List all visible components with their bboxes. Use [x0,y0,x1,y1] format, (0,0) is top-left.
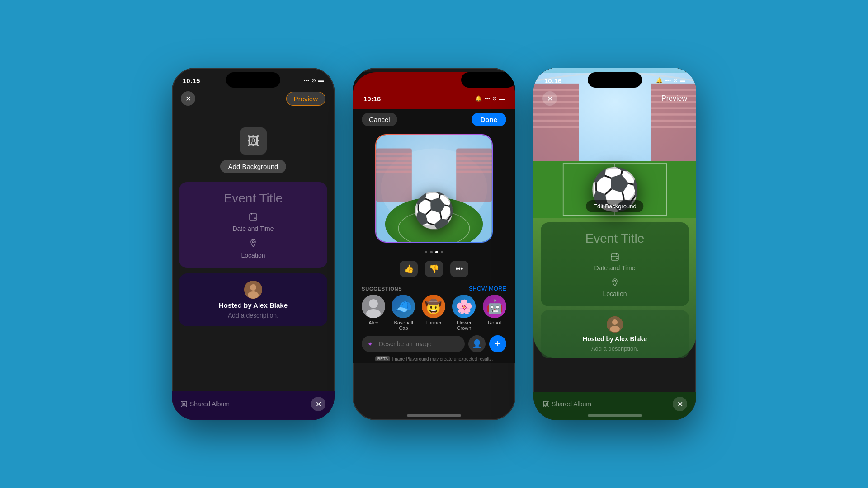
battery-icon-2: ▬ [499,95,505,102]
event-card-1: Event Title Date and Time [179,182,327,268]
host-avatar-3 [607,316,623,333]
beta-notice: BETA Image Playground may create unexpec… [375,356,493,361]
location-row-3[interactable]: Location [603,278,627,297]
host-name-1: Hosted by Alex Blake [219,301,288,309]
preview-button-3[interactable]: Preview [661,94,687,103]
svg-rect-37 [533,120,579,122]
dot-3 [435,251,438,253]
event-title-1[interactable]: Event Title [224,191,283,206]
location-label-1: Location [241,252,265,259]
photo-icon-symbol: 🖼 [247,134,259,149]
nav-bar-1: ✕ Preview [172,88,335,109]
datetime-row-1[interactable]: Date and Time [232,212,274,232]
home-indicator-3 [588,414,642,417]
add-background-label[interactable]: Add Background [220,160,287,173]
avatar-flower-crown: 🌸 [452,295,476,318]
beta-badge: BETA [375,356,391,361]
edit-background-button[interactable]: Edit Background [586,200,643,212]
wifi-icon-3: ⊙ [673,77,678,84]
stadium-area-3: ⚽ Edit Background [533,109,696,209]
svg-rect-20 [456,162,492,164]
svg-rect-51 [611,254,618,260]
suggestion-baseball-cap[interactable]: 🧢 Baseball Cap [391,295,416,331]
svg-rect-17 [456,149,492,202]
svg-rect-19 [456,157,492,160]
ai-icon: ✦ [367,340,373,348]
shared-album-label-3[interactable]: 🖼 Shared Album [542,400,591,408]
thumbs-up-button[interactable]: 👍 [400,261,418,277]
svg-rect-21 [456,166,492,169]
svg-point-59 [610,326,620,332]
svg-point-28 [369,299,378,308]
location-row-1[interactable]: Location [241,239,265,259]
soccer-ball-2: ⚽ [413,191,455,230]
svg-point-29 [366,309,381,318]
album-icon-3: 🖼 [542,400,549,408]
show-more-button[interactable]: SHOW MORE [469,285,506,292]
person-button[interactable]: 👤 [468,335,486,352]
done-button-2[interactable]: Done [472,113,507,126]
svg-point-56 [614,280,616,282]
svg-rect-12 [376,153,412,155]
datetime-icon-1 [249,212,258,223]
status-bar-2: 10:16 🔔 ▪▪▪ ⊙ ▬ [353,88,515,108]
image-area-2: ⚽ 👍 👎 ••• SUGGESTIONS SHOW MORE [353,130,515,363]
shared-album-label-1[interactable]: 🖼 Shared Album [181,400,230,408]
suggestion-robot[interactable]: 🤖 Robot [483,295,506,331]
svg-rect-11 [376,149,412,202]
dot-1 [425,251,427,253]
suggestion-alex[interactable]: Alex [362,295,385,331]
event-title-3[interactable]: Event Title [585,231,645,246]
svg-rect-38 [533,126,579,128]
battery-icon-1: ▬ [318,77,324,84]
alex-label: Alex [368,320,378,325]
describe-input[interactable] [362,336,465,352]
nav-bar-2: Cancel Done [353,109,515,130]
thumbs-down-button[interactable]: 👎 [425,261,443,277]
bottom-close-1[interactable]: ✕ [311,397,326,411]
svg-rect-22 [456,171,492,173]
bell-icon-2: 🔔 [475,95,482,102]
location-icon-3 [610,278,619,288]
svg-rect-0 [250,214,257,220]
signal-icon-2: ▪▪▪ [484,95,490,102]
more-options-button[interactable]: ••• [450,261,468,277]
svg-rect-16 [376,171,412,173]
add-button[interactable]: + [489,335,506,352]
location-icon-1 [249,239,258,250]
battery-icon-3: ▬ [680,77,685,84]
signal-icon-3: ▪▪▪ [665,77,671,84]
svg-point-55 [616,258,618,259]
dots-indicator [425,251,443,253]
close-button-3[interactable]: ✕ [542,91,557,106]
beta-text: Image Playground may create unexpected r… [392,357,493,361]
svg-point-8 [248,291,259,299]
farmer-label: Farmer [425,320,441,325]
add-background-area: 🖼 Add Background [172,109,335,182]
suggestion-farmer[interactable]: 🤠 Farmer [422,295,445,331]
photo-icon: 🖼 [240,127,267,155]
datetime-row-3[interactable]: Date and Time [594,252,635,272]
cancel-button-2[interactable]: Cancel [362,113,397,126]
host-desc-1[interactable]: Add a description. [228,312,278,319]
status-time-1: 10:15 [183,77,200,84]
status-time-2: 10:16 [363,95,381,103]
suggestions-header: SUGGESTIONS SHOW MORE [362,285,506,292]
host-desc-3[interactable]: Add a description. [591,345,638,352]
bottom-close-3[interactable]: ✕ [673,397,687,411]
close-button-1[interactable]: ✕ [181,91,195,106]
status-icons-3: 🔔 ▪▪▪ ⊙ ▬ [656,77,685,84]
avatar-alex [362,295,385,318]
phone-2: 10:16 🔔 ▪▪▪ ⊙ ▬ Cancel Done [353,68,515,420]
svg-rect-15 [376,166,412,169]
phone-1: 10:15 ▪▪▪ ⊙ ▬ ✕ Preview 🖼 Add Background… [172,68,335,420]
generated-image[interactable]: ⚽ [375,134,493,243]
home-indicator-2 [407,414,461,417]
dot-2 [430,251,433,253]
dynamic-island-3 [588,72,642,88]
describe-input-wrapper: ✦ [362,336,465,352]
preview-button-1[interactable]: Preview [286,92,326,106]
dynamic-island-1 [226,72,280,88]
svg-rect-44 [651,113,696,116]
suggestion-flower-crown[interactable]: 🌸 Flower Crown [451,295,477,331]
